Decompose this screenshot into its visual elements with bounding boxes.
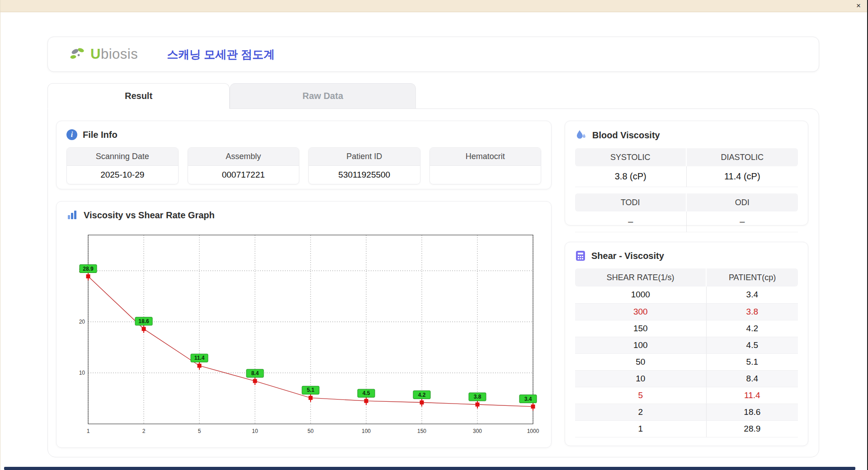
app-title: 스캐닝 모세관 점도계 (167, 47, 275, 62)
odi-header: ODI (687, 193, 798, 212)
svg-text:300: 300 (473, 428, 482, 434)
systolic-header: SYSTOLIC (575, 148, 687, 166)
field-value: 000717221 (188, 166, 299, 184)
cell-shear: 5 (575, 387, 706, 404)
table-row: 5 11.4 (575, 387, 798, 404)
field-value: 53011925500 (309, 166, 420, 184)
svg-text:4.2: 4.2 (418, 392, 426, 398)
todi-value: – (575, 212, 687, 232)
tab-result[interactable]: Result (47, 83, 230, 109)
cell-patient: 5.1 (706, 353, 798, 370)
cell-patient: 3.8 (706, 303, 798, 320)
cell-patient: 3.4 (706, 287, 798, 303)
svg-text:28.9: 28.9 (83, 266, 94, 272)
table-row: 150 4.2 (575, 320, 798, 337)
shear-viscosity-title: Shear - Viscosity (591, 251, 664, 261)
shear-viscosity-table: SHEAR RATE(1/s) PATIENT(cp) 1000 3.4 300 (575, 268, 798, 437)
svg-text:100: 100 (362, 428, 371, 434)
shear-viscosity-card: Shear - Viscosity SHEAR RATE(1/s) PATIEN… (565, 242, 808, 446)
field-label: Assembly (188, 148, 299, 166)
info-icon: i (66, 129, 77, 140)
viscosity-chart: 10203028.918.611.48.45.14.54.23.83.41251… (66, 228, 541, 439)
svg-text:4.5: 4.5 (363, 390, 370, 396)
cell-patient: 28.9 (706, 420, 798, 437)
cell-patient: 18.6 (706, 404, 798, 420)
svg-text:5: 5 (198, 428, 201, 434)
cell-shear: 300 (575, 303, 706, 320)
cell-patient: 11.4 (706, 387, 798, 404)
graph-card: Viscosity vs Shear Rate Graph 10203028.9… (56, 201, 552, 448)
blood-drop-icon (575, 129, 587, 141)
svg-text:8.4: 8.4 (251, 370, 259, 376)
cell-patient: 4.2 (706, 320, 798, 337)
col-header-shear-rate: SHEAR RATE(1/s) (575, 268, 706, 287)
table-row: 1000 3.4 (575, 287, 798, 303)
window-close-button[interactable]: × (856, 1, 861, 10)
field-value (430, 166, 541, 184)
field-patient-id: Patient ID 53011925500 (308, 147, 420, 184)
main-panel: i File Info Scanning Date 2025-10-29 Ass… (47, 108, 819, 457)
cell-shear: 10 (575, 370, 706, 387)
field-label: Patient ID (309, 148, 420, 166)
table-row: 1 28.9 (575, 420, 798, 437)
window-titlebar: × (0, 0, 867, 12)
svg-text:10: 10 (252, 428, 258, 434)
svg-text:5.1: 5.1 (307, 387, 315, 393)
window-bottom-edge (4, 467, 855, 470)
svg-text:20: 20 (79, 319, 85, 325)
cell-shear: 1 (575, 420, 706, 437)
cell-shear: 2 (575, 404, 706, 420)
cell-patient: 8.4 (706, 370, 798, 387)
page-content: Ubiosis 스캐닝 모세관 점도계 Result Raw Data i Fi… (0, 12, 867, 457)
tab-bar: Result Raw Data (47, 83, 819, 108)
svg-text:50: 50 (307, 428, 314, 434)
field-label: Hematocrit (430, 148, 541, 166)
field-label: Scanning Date (67, 148, 178, 166)
cell-patient: 4.5 (706, 337, 798, 353)
table-row: 300 3.8 (575, 303, 798, 320)
systolic-value: 3.8 (cP) (575, 166, 687, 187)
cell-shear: 50 (575, 353, 706, 370)
diastolic-header: DIASTOLIC (687, 148, 798, 166)
diastolic-value: 11.4 (cP) (687, 166, 798, 187)
table-row: 2 18.6 (575, 404, 798, 420)
left-column: i File Info Scanning Date 2025-10-29 Ass… (56, 121, 552, 448)
svg-text:2: 2 (142, 428, 146, 434)
cell-shear: 1000 (575, 287, 706, 303)
field-scanning-date: Scanning Date 2025-10-29 (66, 147, 179, 184)
field-value: 2025-10-29 (67, 166, 178, 184)
file-info-card: i File Info Scanning Date 2025-10-29 Ass… (56, 121, 552, 189)
table-row: 50 5.1 (575, 353, 798, 370)
file-info-title: File Info (83, 130, 118, 140)
app-window: × Ubiosis 스캐닝 모세관 점도계 Result Raw Data (0, 0, 868, 470)
cell-shear: 100 (575, 337, 706, 353)
tab-raw-data[interactable]: Raw Data (230, 83, 416, 109)
logo-text: Ubiosis (90, 46, 138, 62)
svg-text:3.8: 3.8 (474, 394, 481, 400)
svg-text:11.4: 11.4 (194, 355, 205, 361)
svg-text:1: 1 (87, 428, 90, 434)
graph-title: Viscosity vs Shear Rate Graph (84, 210, 215, 221)
todi-header: TODI (575, 193, 687, 212)
blood-viscosity-card: Blood Viscosity SYSTOLIC DIASTOLIC 3.8 (… (565, 121, 808, 226)
calculator-icon (575, 250, 586, 261)
cell-shear: 150 (575, 320, 706, 337)
svg-text:150: 150 (417, 428, 426, 434)
table-row: 100 4.5 (575, 337, 798, 353)
odi-value: – (687, 212, 798, 232)
ubiosis-logo: Ubiosis (69, 46, 138, 62)
right-column: Blood Viscosity SYSTOLIC DIASTOLIC 3.8 (… (565, 121, 808, 448)
blood-viscosity-title: Blood Viscosity (592, 130, 660, 141)
svg-text:1000: 1000 (527, 428, 539, 434)
svg-text:18.6: 18.6 (138, 318, 149, 324)
svg-text:3.4: 3.4 (524, 396, 532, 402)
svg-text:10: 10 (79, 370, 85, 376)
header-card: Ubiosis 스캐닝 모세관 점도계 (47, 37, 819, 72)
table-row: 10 8.4 (575, 370, 798, 387)
field-assembly: Assembly 000717221 (188, 147, 300, 184)
bar-chart-icon (66, 210, 78, 221)
field-hematocrit: Hematocrit (429, 147, 542, 184)
logo-leaves-icon (69, 46, 88, 62)
file-info-fields: Scanning Date 2025-10-29 Assembly 000717… (66, 147, 541, 184)
chart-area: 10203028.918.611.48.45.14.54.23.83.41251… (66, 228, 541, 439)
